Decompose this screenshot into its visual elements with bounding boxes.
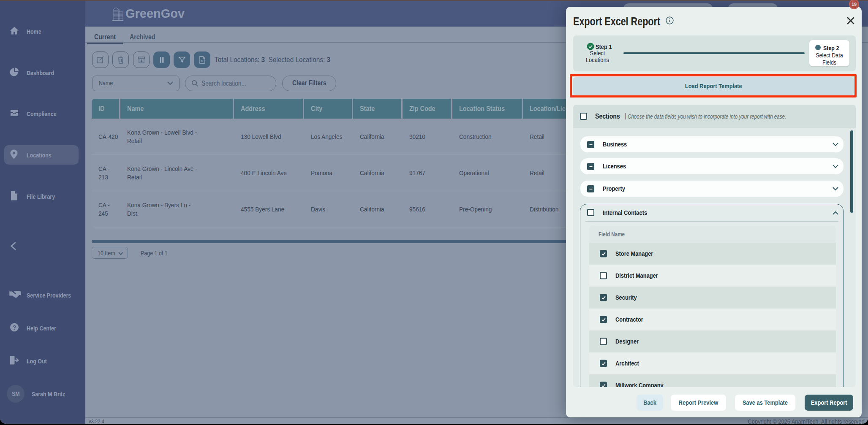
svg-text:x: x [201, 58, 203, 63]
svg-text:?: ? [13, 324, 16, 331]
